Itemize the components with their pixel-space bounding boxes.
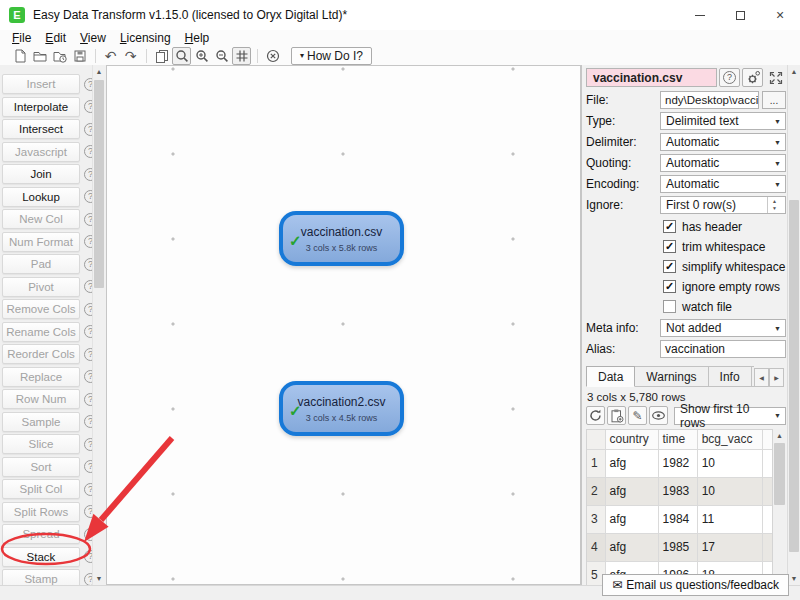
sidebar-item-stamp[interactable]: Stamp bbox=[2, 569, 80, 585]
copy-data-button[interactable] bbox=[607, 406, 626, 425]
node-vaccination-csv[interactable]: ✓ vaccination.csv 3 cols x 5.8k rows bbox=[279, 211, 404, 266]
cell[interactable]: 1984 bbox=[658, 505, 697, 533]
sidebar-item-javascript[interactable]: Javascript bbox=[2, 142, 80, 162]
node-vaccination2-csv[interactable]: ✓ vaccination2.csv 3 cols x 4.5k rows bbox=[279, 381, 404, 436]
sidebar-item-join[interactable]: Join bbox=[2, 164, 80, 184]
scroll-down-icon[interactable]: ▼ bbox=[93, 572, 105, 585]
cell[interactable]: 1982 bbox=[658, 449, 697, 477]
scroll-up-icon[interactable]: ▲ bbox=[788, 65, 800, 78]
cell[interactable]: afg bbox=[605, 533, 658, 561]
flow-canvas[interactable]: ✓ vaccination.csv 3 cols x 5.8k rows ✓ v… bbox=[106, 65, 581, 585]
cell[interactable]: 1983 bbox=[658, 477, 697, 505]
file-path-input[interactable]: ndy\Desktop\vaccination.csv bbox=[660, 91, 759, 109]
menu-file[interactable]: File bbox=[5, 30, 38, 46]
tab-warnings[interactable]: Warnings bbox=[635, 366, 708, 387]
browse-file-button[interactable]: ... bbox=[762, 91, 786, 109]
zoom-out-button[interactable] bbox=[212, 47, 231, 65]
zoom-mode-button[interactable] bbox=[172, 47, 191, 65]
minimize-button[interactable] bbox=[680, 0, 720, 30]
menu-help[interactable]: Help bbox=[178, 30, 217, 46]
spinner-buttons[interactable]: ▲▼ bbox=[767, 197, 781, 213]
sidebar-scrollbar[interactable]: ▲ ▼ bbox=[92, 65, 105, 585]
preview-button[interactable] bbox=[649, 406, 668, 425]
sidebar-item-stack[interactable]: Stack bbox=[2, 547, 80, 567]
sidebar-item-split-rows[interactable]: Split Rows bbox=[2, 502, 80, 522]
refresh-button[interactable] bbox=[586, 406, 605, 425]
column-header-bcg-vacc[interactable]: bcg_vacc bbox=[697, 430, 762, 449]
checkbox-ignore-empty-rows[interactable]: ✓ignore empty rows bbox=[663, 277, 786, 296]
column-header-time[interactable]: time bbox=[658, 430, 697, 449]
checkbox-has-header[interactable]: ✓has header bbox=[663, 217, 786, 236]
cell[interactable]: afg bbox=[605, 505, 658, 533]
sidebar-item-pad[interactable]: Pad bbox=[2, 254, 80, 274]
sidebar-item-replace[interactable]: Replace bbox=[2, 367, 80, 387]
panel-expand-button[interactable] bbox=[765, 68, 786, 87]
sidebar-item-reorder-cols[interactable]: Reorder Cols bbox=[2, 344, 80, 364]
show-rows-dropdown[interactable]: Show first 10 rows▼ bbox=[674, 407, 786, 425]
cell[interactable]: 10 bbox=[697, 449, 762, 477]
menu-edit[interactable]: Edit bbox=[38, 30, 73, 46]
save-button[interactable] bbox=[70, 47, 89, 65]
sidebar-item-sort[interactable]: Sort bbox=[2, 457, 80, 477]
scroll-up-icon[interactable]: ▲ bbox=[93, 65, 105, 78]
zoom-in-button[interactable] bbox=[192, 47, 211, 65]
duplicate-button[interactable] bbox=[152, 47, 171, 65]
tab-data[interactable]: Data bbox=[586, 366, 635, 387]
scrollbar-thumb[interactable] bbox=[774, 443, 785, 505]
panel-settings-button[interactable] bbox=[742, 68, 763, 87]
edit-data-button[interactable]: ✎ bbox=[628, 406, 647, 425]
tab-scroll-right-button[interactable]: ▶ bbox=[769, 368, 784, 387]
sidebar-item-sample[interactable]: Sample bbox=[2, 412, 80, 432]
sidebar-item-slice[interactable]: Slice bbox=[2, 434, 80, 454]
sidebar-item-num-format[interactable]: Num Format bbox=[2, 232, 80, 252]
scrollbar-thumb[interactable] bbox=[94, 80, 104, 288]
meta-info-dropdown[interactable]: Not added▼ bbox=[660, 319, 786, 337]
undo-button[interactable]: ↶ bbox=[101, 47, 120, 65]
sidebar-item-rename-cols[interactable]: Rename Cols bbox=[2, 322, 80, 342]
scrollbar-thumb[interactable] bbox=[789, 200, 799, 552]
encoding-dropdown[interactable]: Automatic▼ bbox=[660, 175, 786, 193]
redo-button[interactable]: ↷ bbox=[121, 47, 140, 65]
checkbox-watch-file[interactable]: watch file bbox=[663, 297, 786, 316]
cell[interactable]: 10 bbox=[697, 477, 762, 505]
spin-up-icon[interactable]: ▲ bbox=[772, 198, 777, 205]
spin-down-icon[interactable]: ▼ bbox=[772, 205, 777, 212]
sidebar-item-insert[interactable]: Insert bbox=[2, 74, 80, 94]
tab-info[interactable]: Info bbox=[709, 366, 752, 387]
delimiter-dropdown[interactable]: Automatic▼ bbox=[660, 133, 786, 151]
scroll-down-icon[interactable]: ▼ bbox=[788, 572, 800, 585]
column-header-country[interactable]: country bbox=[605, 430, 658, 449]
table-scrollbar[interactable]: ▲ ▼ bbox=[773, 429, 786, 585]
sidebar-item-pivot[interactable]: Pivot bbox=[2, 277, 80, 297]
toggle-grid-button[interactable] bbox=[232, 47, 251, 65]
checkbox-simplify-whitespace[interactable]: ✓simplify whitespace bbox=[663, 257, 786, 276]
cell[interactable]: 11 bbox=[697, 505, 762, 533]
email-feedback-button[interactable]: ✉ Email us questions/feedback bbox=[602, 574, 789, 596]
panel-help-button[interactable]: ? bbox=[719, 68, 740, 87]
sidebar-item-row-num[interactable]: Row Num bbox=[2, 389, 80, 409]
scroll-up-icon[interactable]: ▲ bbox=[773, 429, 786, 442]
checkbox-trim-whitespace[interactable]: ✓trim whitespace bbox=[663, 237, 786, 256]
type-dropdown[interactable]: Delimited text▼ bbox=[660, 112, 786, 130]
new-project-button[interactable] bbox=[10, 47, 29, 65]
panel-scrollbar[interactable]: ▲ ▼ bbox=[787, 65, 800, 585]
cancel-button[interactable] bbox=[263, 47, 282, 65]
tab-scroll-left-button[interactable]: ◀ bbox=[754, 368, 769, 387]
cell[interactable]: 1985 bbox=[658, 533, 697, 561]
sidebar-item-split-col[interactable]: Split Col bbox=[2, 479, 80, 499]
open-recent-button[interactable] bbox=[50, 47, 69, 65]
sidebar-item-lookup[interactable]: Lookup bbox=[2, 187, 80, 207]
maximize-button[interactable] bbox=[720, 0, 760, 30]
sidebar-item-new-col[interactable]: New Col bbox=[2, 209, 80, 229]
quoting-dropdown[interactable]: Automatic▼ bbox=[660, 154, 786, 172]
cell[interactable]: afg bbox=[605, 449, 658, 477]
menu-view[interactable]: View bbox=[73, 30, 113, 46]
close-button[interactable]: × bbox=[760, 0, 800, 30]
sidebar-item-interpolate[interactable]: Interpolate bbox=[2, 97, 80, 117]
node-name-field[interactable]: vaccination.csv bbox=[586, 68, 717, 87]
open-project-button[interactable] bbox=[30, 47, 49, 65]
sidebar-item-remove-cols[interactable]: Remove Cols bbox=[2, 299, 80, 319]
menu-licensing[interactable]: Licensing bbox=[113, 30, 178, 46]
how-do-i-button[interactable]: ▾ How Do I? bbox=[291, 47, 372, 65]
alias-input[interactable]: vaccination bbox=[660, 340, 786, 358]
